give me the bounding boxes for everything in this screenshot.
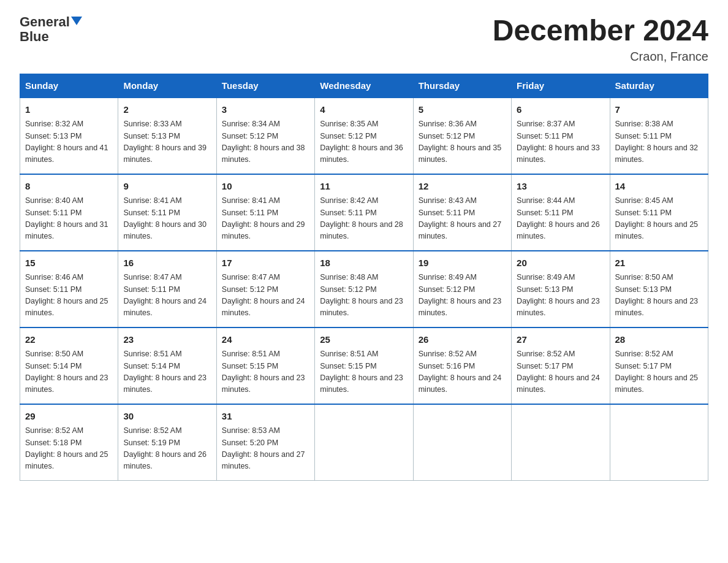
calendar-cell: 15 Sunrise: 8:46 AMSunset: 5:11 PMDaylig…: [20, 251, 118, 327]
day-number: 7: [615, 103, 703, 117]
calendar-cell: 27 Sunrise: 8:52 AMSunset: 5:17 PMDaylig…: [512, 327, 610, 404]
day-number: 15: [25, 256, 113, 270]
day-number: 27: [517, 333, 604, 347]
day-of-week-header: Monday: [118, 74, 216, 98]
calendar-cell: 6 Sunrise: 8:37 AMSunset: 5:11 PMDayligh…: [512, 98, 610, 174]
day-number: 6: [517, 103, 604, 117]
calendar-cell: 2 Sunrise: 8:33 AMSunset: 5:13 PMDayligh…: [118, 98, 216, 174]
day-number: 21: [615, 256, 703, 270]
calendar-cell: 9 Sunrise: 8:41 AMSunset: 5:11 PMDayligh…: [118, 174, 216, 251]
calendar-cell: 29 Sunrise: 8:52 AMSunset: 5:18 PMDaylig…: [20, 404, 118, 481]
day-number: 10: [222, 180, 309, 194]
day-number: 25: [320, 333, 408, 347]
calendar-cell: 17 Sunrise: 8:47 AMSunset: 5:12 PMDaylig…: [216, 251, 314, 327]
day-detail: Sunrise: 8:35 AMSunset: 5:12 PMDaylight:…: [320, 120, 403, 164]
day-detail: Sunrise: 8:46 AMSunset: 5:11 PMDaylight:…: [25, 273, 108, 317]
day-detail: Sunrise: 8:49 AMSunset: 5:13 PMDaylight:…: [517, 273, 600, 317]
day-detail: Sunrise: 8:44 AMSunset: 5:11 PMDaylight:…: [517, 196, 600, 240]
day-of-week-header: Saturday: [610, 74, 708, 98]
calendar-header-row: SundayMondayTuesdayWednesdayThursdayFrid…: [20, 74, 708, 98]
calendar-week-row: 29 Sunrise: 8:52 AMSunset: 5:18 PMDaylig…: [20, 404, 708, 481]
day-number: 11: [320, 180, 408, 194]
calendar-cell: 25 Sunrise: 8:51 AMSunset: 5:15 PMDaylig…: [315, 327, 413, 404]
calendar-cell: [512, 404, 610, 481]
day-detail: Sunrise: 8:41 AMSunset: 5:11 PMDaylight:…: [123, 196, 207, 240]
calendar-week-row: 22 Sunrise: 8:50 AMSunset: 5:14 PMDaylig…: [20, 327, 708, 404]
calendar-cell: 21 Sunrise: 8:50 AMSunset: 5:13 PMDaylig…: [610, 251, 708, 327]
title-block: December 2024 Craon, France: [493, 15, 708, 64]
calendar-cell: 7 Sunrise: 8:38 AMSunset: 5:11 PMDayligh…: [610, 98, 708, 174]
calendar-cell: 18 Sunrise: 8:48 AMSunset: 5:12 PMDaylig…: [315, 251, 413, 327]
day-number: 28: [615, 333, 703, 347]
calendar-cell: [413, 404, 511, 481]
day-detail: Sunrise: 8:51 AMSunset: 5:15 PMDaylight:…: [320, 350, 403, 394]
day-detail: Sunrise: 8:45 AMSunset: 5:11 PMDaylight:…: [615, 196, 699, 240]
day-number: 31: [222, 410, 309, 424]
calendar-cell: 22 Sunrise: 8:50 AMSunset: 5:14 PMDaylig…: [20, 327, 118, 404]
day-number: 17: [222, 256, 309, 270]
calendar-table: SundayMondayTuesdayWednesdayThursdayFrid…: [20, 74, 708, 481]
location: Craon, France: [493, 50, 708, 64]
calendar-cell: 23 Sunrise: 8:51 AMSunset: 5:14 PMDaylig…: [118, 327, 216, 404]
day-detail: Sunrise: 8:32 AMSunset: 5:13 PMDaylight:…: [25, 120, 108, 164]
calendar-cell: 1 Sunrise: 8:32 AMSunset: 5:13 PMDayligh…: [20, 98, 118, 174]
day-detail: Sunrise: 8:34 AMSunset: 5:12 PMDaylight:…: [222, 120, 305, 164]
calendar-cell: 5 Sunrise: 8:36 AMSunset: 5:12 PMDayligh…: [413, 98, 511, 174]
calendar-cell: [315, 404, 413, 481]
logo-text-blue: Blue: [20, 29, 49, 44]
calendar-cell: 24 Sunrise: 8:51 AMSunset: 5:15 PMDaylig…: [216, 327, 314, 404]
day-detail: Sunrise: 8:33 AMSunset: 5:13 PMDaylight:…: [123, 120, 207, 164]
day-of-week-header: Friday: [512, 74, 610, 98]
day-number: 12: [419, 180, 506, 194]
day-detail: Sunrise: 8:38 AMSunset: 5:11 PMDaylight:…: [615, 120, 699, 164]
day-number: 18: [320, 256, 408, 270]
calendar-cell: 13 Sunrise: 8:44 AMSunset: 5:11 PMDaylig…: [512, 174, 610, 251]
calendar-body: 1 Sunrise: 8:32 AMSunset: 5:13 PMDayligh…: [20, 98, 708, 481]
day-detail: Sunrise: 8:36 AMSunset: 5:12 PMDaylight:…: [419, 120, 502, 164]
calendar-cell: 20 Sunrise: 8:49 AMSunset: 5:13 PMDaylig…: [512, 251, 610, 327]
day-detail: Sunrise: 8:51 AMSunset: 5:14 PMDaylight:…: [123, 350, 207, 394]
day-number: 19: [419, 256, 506, 270]
day-detail: Sunrise: 8:50 AMSunset: 5:14 PMDaylight:…: [25, 350, 108, 394]
day-number: 4: [320, 103, 408, 117]
calendar-cell: 31 Sunrise: 8:53 AMSunset: 5:20 PMDaylig…: [216, 404, 314, 481]
calendar-cell: 16 Sunrise: 8:47 AMSunset: 5:11 PMDaylig…: [118, 251, 216, 327]
day-number: 14: [615, 180, 703, 194]
day-detail: Sunrise: 8:49 AMSunset: 5:12 PMDaylight:…: [419, 273, 502, 317]
calendar-cell: [610, 404, 708, 481]
day-detail: Sunrise: 8:50 AMSunset: 5:13 PMDaylight:…: [615, 273, 699, 317]
day-number: 29: [25, 410, 113, 424]
day-detail: Sunrise: 8:51 AMSunset: 5:15 PMDaylight:…: [222, 350, 305, 394]
calendar-cell: 30 Sunrise: 8:52 AMSunset: 5:19 PMDaylig…: [118, 404, 216, 481]
day-number: 1: [25, 103, 113, 117]
calendar-cell: 19 Sunrise: 8:49 AMSunset: 5:12 PMDaylig…: [413, 251, 511, 327]
calendar-cell: 4 Sunrise: 8:35 AMSunset: 5:12 PMDayligh…: [315, 98, 413, 174]
calendar-cell: 26 Sunrise: 8:52 AMSunset: 5:16 PMDaylig…: [413, 327, 511, 404]
day-number: 22: [25, 333, 113, 347]
day-detail: Sunrise: 8:48 AMSunset: 5:12 PMDaylight:…: [320, 273, 403, 317]
page-header: General Blue December 2024 Craon, France: [20, 15, 708, 64]
logo-text-general: General: [20, 15, 70, 29]
logo: General Blue: [20, 15, 82, 44]
day-number: 8: [25, 180, 113, 194]
calendar-cell: 12 Sunrise: 8:43 AMSunset: 5:11 PMDaylig…: [413, 174, 511, 251]
calendar-cell: 28 Sunrise: 8:52 AMSunset: 5:17 PMDaylig…: [610, 327, 708, 404]
day-detail: Sunrise: 8:41 AMSunset: 5:11 PMDaylight:…: [222, 196, 305, 240]
day-number: 2: [123, 103, 211, 117]
day-detail: Sunrise: 8:53 AMSunset: 5:20 PMDaylight:…: [222, 426, 305, 470]
day-number: 9: [123, 180, 211, 194]
day-detail: Sunrise: 8:52 AMSunset: 5:17 PMDaylight:…: [517, 350, 600, 394]
day-of-week-header: Tuesday: [216, 74, 314, 98]
day-detail: Sunrise: 8:47 AMSunset: 5:11 PMDaylight:…: [123, 273, 207, 317]
day-detail: Sunrise: 8:52 AMSunset: 5:18 PMDaylight:…: [25, 426, 108, 470]
day-detail: Sunrise: 8:52 AMSunset: 5:17 PMDaylight:…: [615, 350, 699, 394]
day-number: 23: [123, 333, 211, 347]
calendar-cell: 11 Sunrise: 8:42 AMSunset: 5:11 PMDaylig…: [315, 174, 413, 251]
day-number: 20: [517, 256, 604, 270]
day-number: 30: [123, 410, 211, 424]
day-detail: Sunrise: 8:40 AMSunset: 5:11 PMDaylight:…: [25, 196, 108, 240]
calendar-week-row: 1 Sunrise: 8:32 AMSunset: 5:13 PMDayligh…: [20, 98, 708, 174]
calendar-cell: 8 Sunrise: 8:40 AMSunset: 5:11 PMDayligh…: [20, 174, 118, 251]
day-of-week-header: Wednesday: [315, 74, 413, 98]
day-number: 5: [419, 103, 506, 117]
